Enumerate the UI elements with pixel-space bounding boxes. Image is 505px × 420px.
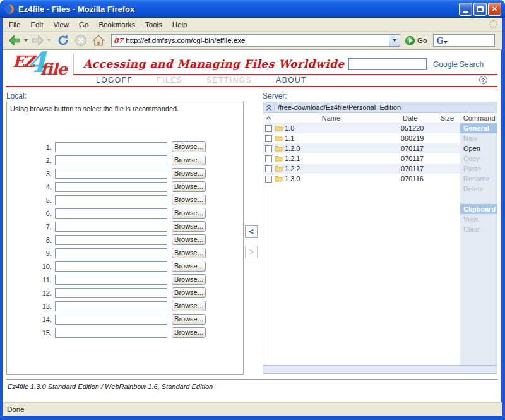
home-button[interactable] — [92, 34, 105, 47]
url-bar: 87 http://ef.dmfsys.com/cgi-bin/effile.e… — [111, 34, 400, 47]
menu-bookmarks[interactable]: Bookmarks — [93, 19, 140, 30]
browse-button[interactable]: Browse... — [172, 208, 206, 219]
local-file-input[interactable] — [55, 328, 167, 338]
minimize-button[interactable] — [459, 3, 472, 16]
menu-file[interactable]: File — [4, 19, 26, 30]
back-dropdown-icon[interactable] — [24, 39, 28, 42]
nav-about[interactable]: ABOUT — [276, 76, 307, 85]
file-name[interactable]: 1.2.0 — [285, 145, 328, 152]
browse-button[interactable]: Browse... — [172, 168, 206, 179]
file-name[interactable]: 1.2.2 — [285, 165, 328, 172]
help-icon[interactable]: ? — [479, 76, 487, 84]
row-number: 10. — [7, 263, 55, 270]
file-checkbox[interactable] — [265, 125, 272, 132]
row-number: 7. — [7, 223, 55, 231]
reload-button[interactable] — [57, 34, 69, 47]
footer-divider — [6, 379, 497, 380]
main-nav: LOGOFFFILESSETTINGSABOUT — [96, 76, 307, 85]
search-engine-dropdown-icon[interactable] — [444, 41, 448, 44]
server-file-row[interactable]: 1.3.0070116 — [263, 174, 460, 184]
browse-button[interactable]: Browse... — [172, 195, 206, 205]
file-checkbox[interactable] — [265, 145, 272, 152]
server-file-row[interactable]: 1.2.1070117 — [263, 153, 460, 164]
transfer-to-local-button[interactable]: < — [245, 225, 258, 238]
menu-help[interactable]: Help — [167, 19, 193, 30]
menu-tools[interactable]: Tools — [140, 19, 167, 30]
browse-button[interactable]: Browse... — [172, 327, 206, 338]
window-title: Ez4file - Files - Mozilla Firefox — [18, 4, 459, 14]
forward-dropdown-icon — [47, 39, 51, 42]
menu-edit[interactable]: Edit — [26, 19, 49, 30]
server-file-row[interactable]: 1.2.0070117 — [263, 143, 460, 153]
collapse-icon[interactable] — [263, 102, 275, 112]
local-file-input[interactable] — [55, 315, 167, 325]
nav-logoff[interactable]: LOGOFF — [96, 76, 133, 85]
menu-view[interactable]: View — [48, 19, 74, 30]
local-file-input[interactable] — [55, 301, 167, 311]
column-header-date[interactable]: Date — [388, 114, 433, 122]
server-table-header: Name Date Size Command — [263, 113, 497, 123]
red-rule-top — [73, 74, 497, 75]
row-number: 3. — [7, 170, 55, 177]
file-checkbox[interactable] — [265, 155, 272, 162]
browse-button[interactable]: Browse... — [172, 221, 206, 232]
file-name[interactable]: 1.3.0 — [285, 175, 328, 183]
browse-button[interactable]: Browse... — [172, 314, 206, 325]
local-file-input[interactable] — [55, 275, 167, 285]
command-paste: Paste — [460, 164, 497, 174]
row-number: 13. — [7, 303, 55, 310]
forward-button — [31, 33, 45, 47]
file-name[interactable]: 1.0 — [285, 124, 328, 132]
google-icon: G — [434, 36, 444, 45]
browse-button[interactable]: Browse... — [172, 234, 206, 245]
browse-button[interactable]: Browse... — [172, 287, 206, 298]
url-input[interactable]: http://ef.dmfsys.com/cgi-bin/effile.exe — [126, 37, 389, 45]
local-file-input[interactable] — [55, 182, 167, 192]
google-search-input[interactable] — [348, 58, 427, 70]
folder-icon — [275, 135, 283, 143]
url-dropdown-button[interactable] — [389, 35, 400, 46]
google-search-link[interactable]: Google Search — [433, 60, 484, 69]
local-file-input[interactable] — [55, 261, 167, 272]
local-file-input[interactable] — [55, 222, 167, 232]
server-file-row[interactable]: 1.2.2070117 — [263, 164, 460, 174]
status-bar: Done — [3, 402, 502, 416]
menu-go[interactable]: Go — [74, 19, 93, 30]
server-file-row[interactable]: 1.1060219 — [263, 133, 460, 143]
local-file-input[interactable] — [55, 195, 167, 205]
back-button[interactable] — [8, 33, 21, 47]
nav-settings: SETTINGS — [206, 76, 252, 85]
browse-button[interactable]: Browse... — [172, 261, 206, 272]
command-open[interactable]: Open — [460, 143, 497, 153]
local-file-input[interactable] — [55, 155, 167, 165]
file-checkbox[interactable] — [265, 135, 272, 142]
browse-button[interactable]: Browse... — [172, 141, 206, 152]
local-file-input[interactable] — [55, 142, 167, 152]
file-name[interactable]: 1.2.1 — [285, 155, 328, 162]
local-file-input[interactable] — [55, 248, 167, 258]
file-checkbox[interactable] — [265, 165, 272, 172]
go-button[interactable]: Go — [405, 36, 427, 45]
local-file-input[interactable] — [55, 235, 167, 245]
browse-button[interactable]: Browse... — [172, 248, 206, 258]
column-header-size[interactable]: Size — [433, 114, 462, 122]
local-file-input[interactable] — [55, 208, 167, 219]
browse-button[interactable]: Browse... — [172, 181, 206, 192]
file-checkbox[interactable] — [265, 176, 272, 183]
search-engine-box[interactable]: G — [433, 34, 495, 47]
folder-icon — [275, 175, 283, 183]
close-button[interactable]: ✕ — [488, 3, 501, 16]
local-file-row: 14.Browse... — [7, 313, 243, 326]
local-file-row: 5.Browse... — [7, 193, 243, 207]
browse-button[interactable]: Browse... — [172, 274, 206, 285]
server-file-row[interactable]: 1.0051220 — [263, 123, 460, 133]
sort-icon[interactable] — [263, 113, 275, 123]
file-name[interactable]: 1.1 — [285, 135, 328, 142]
local-file-input[interactable] — [55, 288, 167, 298]
browse-button[interactable]: Browse... — [172, 155, 206, 165]
column-header-name[interactable]: Name — [275, 114, 388, 122]
maximize-button[interactable] — [473, 3, 487, 16]
menu-bar: FileEditViewGoBookmarksToolsHelp — [3, 18, 502, 32]
browse-button[interactable]: Browse... — [172, 301, 206, 311]
local-file-input[interactable] — [55, 169, 167, 179]
